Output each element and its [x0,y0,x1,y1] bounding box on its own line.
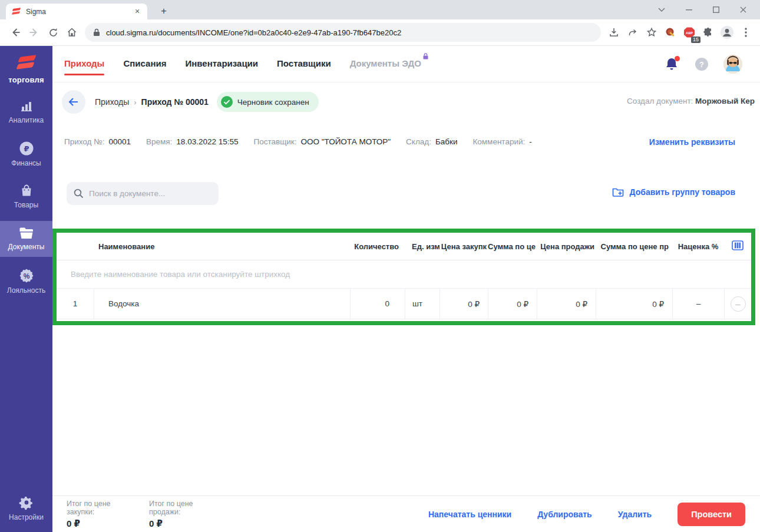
tab-title: Sigma [26,8,132,16]
sidebar-item-settings[interactable]: Настройки [0,491,52,525]
submit-button[interactable]: Провести [678,503,745,526]
sidebar-item-documents[interactable]: Документы [0,221,52,257]
add-product-group-link[interactable]: Добавить группу товаров [612,187,735,197]
cell-purchase-sum: 0 ₽ [488,289,537,319]
search-icon [74,189,84,199]
product-scan-input[interactable]: Введите наименование товара или отсканир… [57,260,751,289]
breadcrumb-row: Приходы › Приход № 00001 Черновик сохран… [52,82,760,121]
sidebar-item-goods[interactable]: Товары [0,179,52,214]
tab-inventories[interactable]: Инвентаризации [185,47,258,81]
field-label: Приход №: [64,137,104,146]
field-label: Склад: [406,137,431,146]
document-author: Создал документ: Моржовый Кер [627,97,755,105]
bar-chart-icon [19,99,34,113]
app-logo[interactable]: торговля [0,46,52,94]
duplicate-link[interactable]: Дублировать [537,510,592,519]
discount-badge-icon: % [19,268,34,283]
home-icon[interactable] [63,24,81,41]
cell-unit[interactable]: шт [405,289,440,319]
extensions-puzzle-icon[interactable] [699,24,717,41]
browser-toolbar: cloud.sigma.ru/documents/INCOME/one?id=0… [0,19,760,46]
notifications-bell-icon[interactable] [665,57,680,72]
browser-window: Sigma × + [0,0,760,532]
shopping-bag-icon [19,184,34,198]
reload-icon[interactable] [44,24,62,41]
user-avatar[interactable] [723,55,742,74]
sidebar-item-analytics[interactable]: Аналитика [0,94,52,130]
items-table: Наименование Количество Ед. изм. Цена за… [57,233,751,319]
extension-seal-icon[interactable] [662,24,679,41]
field-label: Время: [146,137,172,146]
sidebar-item-finance[interactable]: ₽ Финансы [0,136,52,172]
cell-action: – [724,289,751,319]
app-nav: Приходы Списания Инвентаризации Поставщи… [52,46,760,82]
search-placeholder: Поиск в документе... [89,189,165,198]
header-markup: Наценка % [672,242,724,251]
sidebar-item-label: Аналитика [9,116,44,124]
document-footer: Итог по цене закупки: 0 ₽ Итог по цене п… [52,495,760,532]
header-purchase-sum: Сумма по це [488,242,537,251]
help-icon[interactable]: ? [695,58,708,71]
sidebar-item-label: Товары [14,201,38,209]
scan-placeholder: Введите наименование товара или отсканир… [71,270,290,279]
url-text: cloud.sigma.ru/documents/INCOME/one?id=0… [106,28,401,37]
download-icon[interactable] [605,24,623,41]
address-bar[interactable]: cloud.sigma.ru/documents/INCOME/one?id=0… [85,23,601,42]
edit-requisites-link[interactable]: Изменить реквизиты [649,137,735,147]
breadcrumb-parent[interactable]: Приходы [95,97,129,107]
document-search-input[interactable]: Поиск в документе... [67,182,219,205]
cell-purchase-price[interactable]: 0 ₽ [440,289,488,319]
tab-edo-documents[interactable]: Документы ЭДО [350,47,421,81]
extension-abp-icon[interactable]: ABP 15 [680,24,698,41]
back-icon[interactable] [6,24,24,41]
svg-text:%: % [23,272,29,280]
print-price-tags-link[interactable]: Напечатать ценники [428,510,511,519]
field-label: Комментарий: [472,137,525,146]
remove-row-icon[interactable]: – [731,296,746,312]
table-header-row: Наименование Количество Ед. изм. Цена за… [57,233,751,260]
tab-writeoffs[interactable]: Списания [123,47,166,81]
total-purchase: Итог по цене закупки: 0 ₽ [67,500,135,529]
header-sale-price: Цена продажи [537,242,596,251]
browser-profile-icon[interactable] [718,24,736,41]
back-button[interactable] [62,90,85,114]
share-icon[interactable] [624,24,642,41]
field-value: ООО "ТОЙОТА МОТОР" [300,137,391,146]
ruble-circle-icon: ₽ [19,141,34,156]
cell-name[interactable]: Водочка [94,289,350,319]
field-value: 18.03.2022 15:55 [176,137,238,146]
sidebar-item-label: Лояльность [7,286,45,295]
sidebar-item-loyalty[interactable]: % Лояльность [0,263,52,299]
arrow-left-icon [68,97,79,107]
window-minimize-button[interactable] [675,0,702,19]
author-name: Моржовый Кер [695,97,755,105]
header-columns-settings[interactable] [724,240,751,252]
lock-icon [423,51,428,61]
tab-close-icon[interactable]: × [132,6,143,17]
sigma-logo-icon [16,54,37,72]
tab-incomes[interactable]: Приходы [64,47,104,81]
window-maximize-button[interactable] [702,0,729,19]
tab-search-chevron-icon[interactable] [648,0,675,19]
new-tab-button[interactable]: + [157,4,171,18]
gear-icon [19,495,34,510]
table-row[interactable]: 1 Водочка 0 шт 0 ₽ 0 ₽ 0 ₽ 0 ₽ – – [57,289,751,319]
delete-link[interactable]: Удалить [618,510,652,519]
site-favicon [12,8,21,16]
browser-menu-icon[interactable] [737,24,755,41]
bookmark-star-icon[interactable] [643,24,660,41]
tab-suppliers[interactable]: Поставщики [277,47,331,81]
notification-dot [675,56,680,61]
cell-quantity[interactable]: 0 [350,289,405,319]
cell-sale-sum: 0 ₽ [596,289,672,319]
cell-sale-price[interactable]: 0 ₽ [537,289,596,319]
forward-icon[interactable] [25,24,43,41]
breadcrumb-current: Приход № 00001 [141,97,209,107]
window-close-button[interactable] [729,0,756,19]
browser-titlebar: Sigma × + [0,0,760,19]
browser-tab[interactable]: Sigma × [6,4,147,19]
cell-markup[interactable]: – [672,289,724,319]
header-name: Наименование [94,242,350,251]
sidebar-item-label: Финансы [11,159,41,167]
lock-icon [93,28,100,37]
